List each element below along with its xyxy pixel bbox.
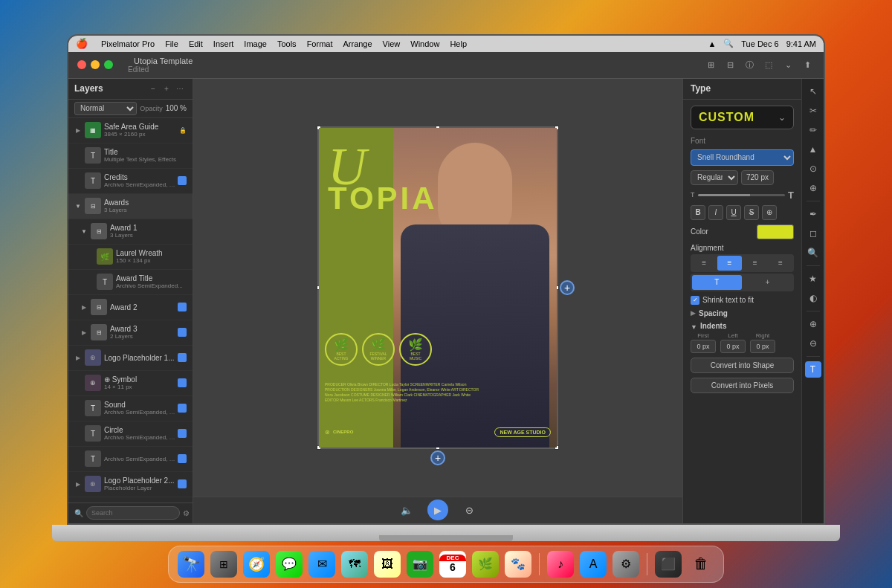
valign-top-button[interactable]: T: [692, 275, 742, 290]
layer-item[interactable]: T Award Title Archivo SemiExpanded...: [68, 270, 193, 295]
color-swatch[interactable]: [757, 224, 794, 239]
dock-facetime[interactable]: 📷: [407, 551, 433, 578]
align-center-button[interactable]: ≡: [717, 256, 741, 271]
layer-visibility[interactable]: [178, 353, 187, 362]
layer-visibility[interactable]: [178, 454, 187, 463]
menu-arrange[interactable]: Arrange: [343, 39, 372, 48]
app-name[interactable]: Pixelmator Pro: [101, 39, 155, 48]
more-format-button[interactable]: ⊕: [762, 205, 777, 220]
dock-icon-2[interactable]: ⬛: [655, 551, 682, 578]
shrink-to-fit-row[interactable]: ✓ Shrink text to fit: [691, 296, 794, 305]
spacing-toggle[interactable]: ▶ Spacing: [691, 309, 794, 317]
layer-visibility[interactable]: [178, 378, 187, 387]
layers-plus-icon[interactable]: +: [160, 82, 173, 95]
menu-help[interactable]: Help: [450, 39, 467, 48]
style-dropdown[interactable]: CUSTOM ⌄: [691, 106, 794, 129]
heal-tool-button[interactable]: ⊙: [805, 161, 821, 177]
add-content-right[interactable]: +: [560, 280, 575, 295]
minimize-button[interactable]: [91, 60, 100, 69]
menu-view[interactable]: View: [383, 39, 401, 48]
font-size-slider[interactable]: [698, 194, 786, 196]
convert-shape-button[interactable]: Convert into Shape: [691, 358, 794, 373]
menu-edit[interactable]: Edit: [189, 39, 203, 48]
layer-item[interactable]: T Title Multiple Text Styles, Effects: [68, 143, 193, 169]
share-icon[interactable]: ⬆: [800, 57, 815, 72]
menubar-search[interactable]: 🔍: [723, 39, 734, 48]
layers-toggle-icon[interactable]: ⊞: [703, 57, 718, 72]
zoom-in-button[interactable]: ⊕: [805, 316, 821, 332]
dock-appstore[interactable]: A: [580, 551, 607, 578]
font-style-select[interactable]: Regular: [691, 170, 738, 185]
indents-toggle[interactable]: ▼ Indents: [691, 322, 794, 332]
paint-tool-button[interactable]: ✏: [805, 122, 821, 138]
dock-safari[interactable]: 🧭: [243, 551, 270, 578]
pen-tool-button[interactable]: ✒: [805, 206, 821, 222]
font-family-select[interactable]: Snell Roundhand: [691, 149, 794, 166]
layer-visibility[interactable]: [178, 479, 187, 488]
grid-view-icon[interactable]: ⊟: [723, 57, 737, 72]
layer-item[interactable]: T Credits Archivo SemiExpanded, Mu...: [68, 169, 193, 194]
layer-item[interactable]: 🌿 Laurel Wreath 150 × 134 px: [68, 245, 193, 270]
dock-maps[interactable]: 🗺: [341, 551, 368, 578]
layer-item[interactable]: T Archivo SemiExpanded, Ext...: [68, 447, 193, 472]
dock-mail[interactable]: ✉: [308, 551, 335, 578]
fill-tool-button[interactable]: ▲: [805, 141, 821, 158]
menu-image[interactable]: Image: [244, 39, 267, 48]
shrink-to-fit-checkbox[interactable]: ✓: [691, 296, 699, 305]
layer-item[interactable]: ⊕ ⊕ Symbol 14 × 11 px: [68, 371, 193, 396]
apple-menu[interactable]: 🍎: [76, 38, 88, 49]
add-content-bottom[interactable]: +: [430, 450, 445, 465]
color-adjust-button[interactable]: ◐: [805, 290, 821, 306]
info-icon[interactable]: ⓘ: [742, 57, 757, 72]
dock-photos[interactable]: 🖼: [374, 551, 401, 578]
menu-format[interactable]: Format: [307, 39, 333, 48]
dock-pixelmator[interactable]: 🌿: [472, 551, 499, 578]
dock-settings[interactable]: ⚙: [613, 551, 639, 578]
layer-visibility[interactable]: [178, 429, 187, 438]
layer-item[interactable]: ▶ ⊟ Award 3 2 Layers: [68, 320, 193, 346]
align-right-button[interactable]: ≡: [743, 256, 767, 271]
dock-music[interactable]: ♪: [547, 551, 574, 578]
layers-settings-icon[interactable]: ⚙: [183, 509, 190, 517]
eyedropper-tool-button[interactable]: 🔍: [805, 245, 821, 261]
dock-finder[interactable]: 🔭: [178, 551, 204, 578]
shape-tool-button[interactable]: ◻: [805, 225, 821, 242]
volume-icon[interactable]: 🔈: [398, 501, 416, 519]
font-size-input[interactable]: [741, 170, 774, 185]
layers-search-input[interactable]: [86, 506, 180, 520]
indent-left-input[interactable]: [720, 340, 746, 353]
strikethrough-button[interactable]: S: [744, 205, 759, 220]
dock-trash[interactable]: 🗑: [688, 551, 714, 578]
more-icon[interactable]: ⌄: [780, 57, 795, 72]
valign-center-button[interactable]: +: [743, 275, 793, 290]
layer-visibility[interactable]: [178, 176, 187, 185]
captions-icon[interactable]: ⊝: [460, 501, 478, 519]
layers-menu-icon[interactable]: ⋯: [173, 82, 187, 95]
text-tool-button[interactable]: T: [805, 361, 821, 378]
layers-minus-icon[interactable]: −: [146, 82, 160, 95]
menu-window[interactable]: Window: [410, 39, 439, 48]
underline-button[interactable]: U: [726, 205, 741, 220]
dock-calendar[interactable]: DEC6: [439, 551, 466, 578]
close-button[interactable]: [77, 60, 86, 69]
layer-item[interactable]: ▶ ⊛ Logo Placeholder 2... Placeholder La…: [68, 472, 193, 497]
indent-right-input[interactable]: [750, 340, 775, 353]
dock-messages[interactable]: 💬: [276, 551, 303, 578]
layer-item[interactable]: ▼ ⊟ Awards 3 Layers: [68, 194, 193, 219]
menu-tools[interactable]: Tools: [277, 39, 297, 48]
layer-item[interactable]: T Circle Archivo SemiExpanded, Ext...: [68, 421, 193, 447]
layer-visibility[interactable]: [178, 303, 187, 311]
crop-tool-button[interactable]: ✂: [805, 103, 821, 119]
canvas-content[interactable]: + +: [193, 79, 682, 497]
arrange-icon[interactable]: ⬚: [761, 57, 776, 72]
layer-visibility[interactable]: [178, 404, 187, 413]
effects-tool-button[interactable]: ★: [805, 271, 821, 287]
menu-file[interactable]: File: [165, 39, 178, 48]
convert-pixels-button[interactable]: Convert into Pixels: [691, 378, 794, 393]
layer-item[interactable]: ▶ ⊛ Logo Placeholder 1...: [68, 346, 193, 371]
italic-button[interactable]: I: [708, 205, 723, 220]
align-left-button[interactable]: ≡: [692, 256, 716, 271]
layer-visibility[interactable]: [178, 328, 187, 337]
bold-button[interactable]: B: [691, 205, 705, 220]
dock-notes[interactable]: 🐾: [505, 551, 531, 578]
